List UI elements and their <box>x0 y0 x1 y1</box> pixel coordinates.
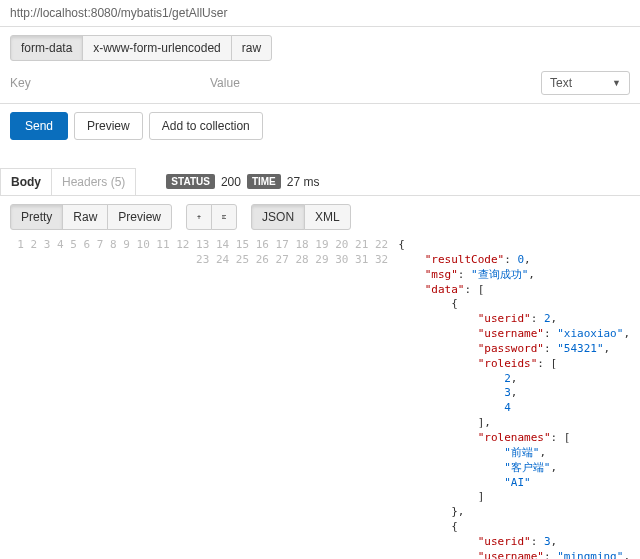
format-tabs: JSON XML <box>251 204 351 230</box>
kv-header-row: Key Value Text ▼ <box>10 61 630 95</box>
view-raw[interactable]: Raw <box>62 204 108 230</box>
view-preview[interactable]: Preview <box>107 204 172 230</box>
status-code: 200 <box>221 175 241 189</box>
time-value: 27 ms <box>287 175 320 189</box>
body-type-tabs: form-data x-www-form-urlencoded raw <box>10 35 272 61</box>
format-xml[interactable]: XML <box>304 204 351 230</box>
tab-response-body[interactable]: Body <box>1 169 52 195</box>
collapse-icon[interactable] <box>186 204 212 230</box>
svg-rect-1 <box>199 215 200 219</box>
status-label: STATUS <box>166 174 215 189</box>
svg-rect-2 <box>222 215 226 216</box>
view-mode-tabs: Pretty Raw Preview <box>10 204 172 230</box>
add-collection-button[interactable]: Add to collection <box>149 112 263 140</box>
action-row: Send Preview Add to collection <box>0 104 640 148</box>
time-label: TIME <box>247 174 281 189</box>
send-button[interactable]: Send <box>10 112 68 140</box>
expand-icon[interactable] <box>211 204 237 230</box>
view-extra-buttons <box>186 204 237 230</box>
tab-form-data[interactable]: form-data <box>10 35 83 61</box>
code-content: { "resultCode": 0, "msg": "查询成功", "data"… <box>398 238 630 559</box>
type-select[interactable]: Text ▼ <box>541 71 630 95</box>
preview-button[interactable]: Preview <box>74 112 143 140</box>
kv-key-header: Key <box>10 76 210 90</box>
chevron-down-icon: ▼ <box>612 78 621 88</box>
response-tabs: Body Headers (5) <box>0 168 136 195</box>
svg-rect-4 <box>222 218 226 219</box>
response-body-pane: 1 2 3 4 5 6 7 8 9 10 11 12 13 14 15 16 1… <box>0 238 640 559</box>
status-info: STATUS 200 TIME 27 ms <box>166 174 319 189</box>
view-pretty[interactable]: Pretty <box>10 204 63 230</box>
url-bar: http://localhost:8080/mybatis1/getAllUse… <box>0 0 640 26</box>
request-url: http://localhost:8080/mybatis1/getAllUse… <box>10 6 227 20</box>
view-controls: Pretty Raw Preview JSON XML <box>0 196 640 238</box>
tab-raw[interactable]: raw <box>231 35 272 61</box>
line-gutter: 1 2 3 4 5 6 7 8 9 10 11 12 13 14 15 16 1… <box>10 238 398 559</box>
response-tabs-row: Body Headers (5) STATUS 200 TIME 27 ms <box>0 168 640 196</box>
tab-response-headers[interactable]: Headers (5) <box>52 169 135 195</box>
tab-urlencoded[interactable]: x-www-form-urlencoded <box>82 35 231 61</box>
svg-rect-3 <box>222 217 225 218</box>
format-json[interactable]: JSON <box>251 204 305 230</box>
kv-value-header: Value <box>210 76 430 90</box>
body-type-section: form-data x-www-form-urlencoded raw Key … <box>0 26 640 104</box>
type-select-label: Text <box>550 76 572 90</box>
